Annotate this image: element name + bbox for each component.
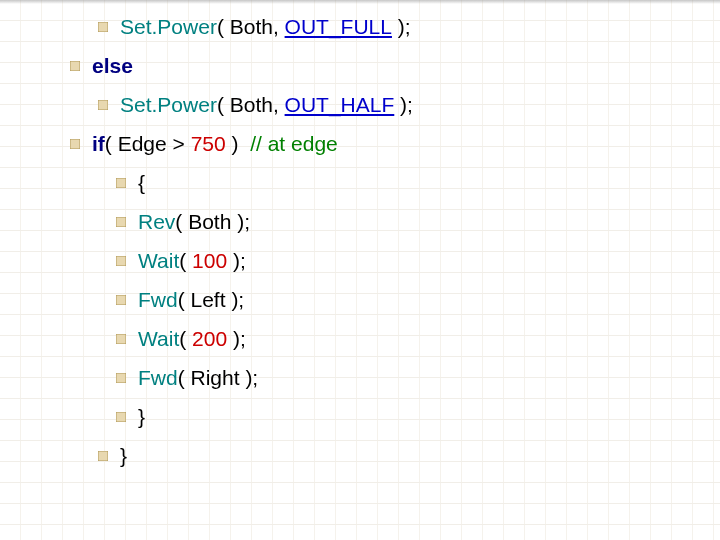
bullet-icon [116, 295, 138, 305]
code-text: ( [178, 367, 191, 388]
svg-rect-9 [116, 373, 126, 383]
code-text: ); [240, 367, 259, 388]
top-divider [0, 0, 720, 4]
svg-rect-0 [98, 22, 108, 32]
code-text: ( [105, 133, 118, 154]
code-number: 100 [192, 250, 227, 271]
code-line-11: } [70, 406, 680, 427]
code-line-1: Set.Power( Both, OUT_FULL ); [70, 16, 680, 37]
code-fn: Rev [138, 211, 175, 232]
bullet-icon [116, 217, 138, 227]
code-fn: Set.Power [120, 94, 217, 115]
svg-rect-10 [116, 412, 126, 422]
bullet-icon [116, 256, 138, 266]
code-line-3: Set.Power( Both, OUT_HALF ); [70, 94, 680, 115]
code-line-12: } [70, 445, 680, 466]
code-text: Left [191, 289, 226, 310]
code-text: Edge > [118, 133, 191, 154]
code-line-8: Fwd( Left ); [70, 289, 680, 310]
code-fn: Wait [138, 250, 179, 271]
bullet-icon [98, 22, 120, 32]
code-fn: Set.Power [120, 16, 217, 37]
code-line-4: if( Edge > 750 ) // at edge [70, 133, 680, 154]
svg-rect-4 [116, 178, 126, 188]
code-text: ); [394, 94, 413, 115]
code-const: OUT_HALF [285, 94, 395, 115]
code-block: Set.Power( Both, OUT_FULL ); else Set.Po… [70, 16, 680, 484]
code-text: ); [231, 211, 250, 232]
bullet-icon [116, 178, 138, 188]
code-text: Both, [230, 94, 285, 115]
svg-rect-2 [98, 100, 108, 110]
code-brace: { [138, 172, 145, 193]
bullet-icon [116, 373, 138, 383]
code-line-2: else [70, 55, 680, 76]
code-fn: Wait [138, 328, 179, 349]
bullet-icon [116, 334, 138, 344]
code-text: ); [227, 328, 246, 349]
bullet-icon [70, 139, 92, 149]
code-text: ); [226, 289, 245, 310]
svg-rect-6 [116, 256, 126, 266]
code-line-6: Rev( Both ); [70, 211, 680, 232]
code-number: 200 [192, 328, 227, 349]
code-text: ( [178, 289, 191, 310]
code-text: Both, [230, 16, 285, 37]
svg-rect-7 [116, 295, 126, 305]
bullet-icon [98, 451, 120, 461]
svg-rect-1 [70, 61, 80, 71]
code-text: Both [188, 211, 231, 232]
code-text: Right [191, 367, 240, 388]
bullet-icon [70, 61, 92, 71]
code-brace: } [138, 406, 145, 427]
svg-rect-5 [116, 217, 126, 227]
code-const: OUT_FULL [285, 16, 392, 37]
code-text: ( [175, 211, 188, 232]
code-text: ); [392, 16, 411, 37]
code-text: ( [217, 94, 230, 115]
code-text: ); [227, 250, 246, 271]
bullet-icon [98, 100, 120, 110]
code-line-7: Wait( 100 ); [70, 250, 680, 271]
code-line-10: Fwd( Right ); [70, 367, 680, 388]
bullet-icon [116, 412, 138, 422]
code-fn: Fwd [138, 367, 178, 388]
code-line-9: Wait( 200 ); [70, 328, 680, 349]
code-comment: // at edge [250, 133, 338, 154]
code-keyword: if [92, 133, 105, 154]
code-line-5: { [70, 172, 680, 193]
slide: Set.Power( Both, OUT_FULL ); else Set.Po… [0, 0, 720, 540]
code-text: ( [179, 250, 192, 271]
svg-rect-3 [70, 139, 80, 149]
svg-rect-11 [98, 451, 108, 461]
code-keyword: else [92, 55, 133, 76]
code-fn: Fwd [138, 289, 178, 310]
code-brace: } [120, 445, 127, 466]
code-number: 750 [191, 133, 226, 154]
code-text: ( [179, 328, 192, 349]
code-text: ) [226, 133, 251, 154]
code-text: ( [217, 16, 230, 37]
svg-rect-8 [116, 334, 126, 344]
